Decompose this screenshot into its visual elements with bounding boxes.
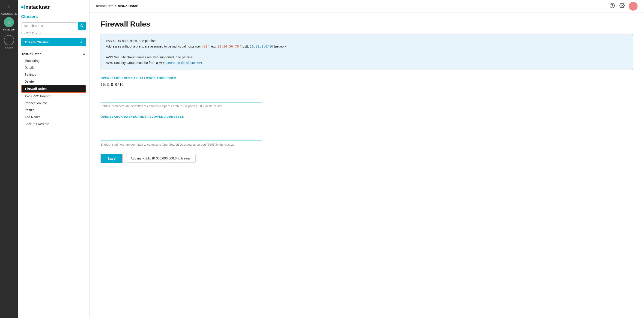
breadcrumb-current: test-cluster <box>118 4 138 8</box>
settings-icon <box>619 3 624 8</box>
create-cluster-button[interactable]: Create Cluster + <box>21 38 86 46</box>
opensearch-dashboards-label: OPENSEARCH DASHBOARDS ALLOWED ADDRESSES <box>100 115 633 118</box>
sidebar-logo: Instaclustr <box>21 4 86 10</box>
help-button[interactable] <box>610 3 615 10</box>
pagination-next[interactable]: › <box>40 31 42 35</box>
sidebar: Instaclustr Clusters 1 – 2 of 2 ‹ › Crea… <box>18 0 90 318</box>
create-nav-button[interactable]: + <box>4 35 14 45</box>
avatar-label: Instaclustr <box>3 28 15 31</box>
pagination-prev[interactable]: ‹ <box>36 31 38 35</box>
info-line-3: AWS Security Group names are also suppor… <box>106 55 628 60</box>
cluster-section: test-cluster ∧ MonitoringDetailsSettings… <box>21 51 86 127</box>
search-row <box>21 22 86 30</box>
user-avatar[interactable] <box>629 2 638 11</box>
sidebar-item-settings[interactable]: Settings <box>21 71 86 78</box>
create-nav-label: Create <box>5 46 13 49</box>
pagination: 1 – 2 of 2 ‹ › <box>21 31 86 35</box>
cluster-name-row[interactable]: test-cluster ∧ <box>21 51 86 57</box>
cluster-nav-list: MonitoringDetailsSettingsDeleteFirewall … <box>21 57 86 127</box>
header-actions <box>610 2 638 11</box>
opensearch-dashboards-textarea[interactable] <box>100 120 262 141</box>
help-icon <box>610 3 615 8</box>
opensearch-rest-section: OPENSEARCH REST API ALLOWED ADDRESSES 10… <box>100 77 633 108</box>
accounts-label: ACCOUNTS <box>1 13 17 15</box>
clusters-title: Clusters <box>21 14 86 19</box>
logo-dot <box>21 6 24 8</box>
back-button[interactable]: ‹ <box>6 3 12 11</box>
search-icon <box>80 24 84 28</box>
public-ip-button[interactable]: Add my Public IP 000.000.000.0 to firewa… <box>126 154 196 163</box>
opensearch-dashboards-hint: Entries listed here are permitted to con… <box>100 143 633 146</box>
settings-button[interactable] <box>619 3 624 10</box>
save-button[interactable]: Save <box>100 154 122 163</box>
svg-point-3 <box>612 7 612 7</box>
sidebar-item-firewall-rules[interactable]: Firewall Rules <box>21 85 86 93</box>
sidebar-item-backup---restore[interactable]: Backup / Restore <box>21 120 86 127</box>
info-line-1: IPv4 CIDR addresses, one per line. <box>106 38 628 44</box>
sidebar-item-add-nodes[interactable]: Add Nodes <box>21 114 86 120</box>
sidebar-item-monitoring[interactable]: Monitoring <box>21 57 86 64</box>
main-content: Firewall Rules IPv4 CIDR addresses, one … <box>90 13 644 318</box>
sidebar-item-details[interactable]: Details <box>21 64 86 71</box>
cluster-name: test-cluster <box>22 52 41 56</box>
info-line-2: Addresses without a prefix are assumed t… <box>106 44 628 49</box>
sidebar-item-resize[interactable]: Resize <box>21 107 86 114</box>
sidebar-item-connection-info[interactable]: Connection Info <box>21 100 86 107</box>
svg-point-4 <box>621 5 622 6</box>
cluster-chevron-icon: ∧ <box>83 52 85 56</box>
nav-bar: ‹ ACCOUNTS I Instaclustr + Create <box>0 0 18 318</box>
search-input[interactable] <box>21 22 76 29</box>
logo-text: Instaclustr <box>24 4 50 10</box>
search-button[interactable] <box>78 22 86 30</box>
breadcrumb-brand: Instaclustr <box>96 4 113 8</box>
sidebar-item-aws-vpc-peering[interactable]: AWS VPC Peering <box>21 93 86 100</box>
top-header: Instaclustr / test-cluster <box>90 0 644 13</box>
opensearch-dashboards-section: OPENSEARCH DASHBOARDS ALLOWED ADDRESSES … <box>100 115 633 146</box>
info-box: IPv4 CIDR addresses, one per line. Addre… <box>100 34 633 70</box>
opensearch-rest-textarea[interactable]: 10.3.0.0/16 <box>100 82 262 103</box>
breadcrumb-separator: / <box>115 4 116 8</box>
peering-link[interactable]: peered to the cluster VPC <box>166 61 203 65</box>
main-wrapper: Instaclustr / test-cluster Firewa <box>90 0 644 318</box>
breadcrumb: Instaclustr / test-cluster <box>96 4 138 8</box>
sidebar-item-delete[interactable]: Delete <box>21 78 86 85</box>
opensearch-rest-label: OPENSEARCH REST API ALLOWED ADDRESSES <box>100 77 633 80</box>
page-title: Firewall Rules <box>100 20 633 28</box>
opensearch-rest-hint: Entries listed here are permitted to con… <box>100 104 633 108</box>
info-line-4: AWS Security Group must be from a VPC pe… <box>106 60 628 66</box>
svg-line-1 <box>82 27 83 27</box>
avatar[interactable]: I <box>4 17 14 27</box>
footer-actions: Save Add my Public IP 000.000.000.0 to f… <box>100 154 633 163</box>
